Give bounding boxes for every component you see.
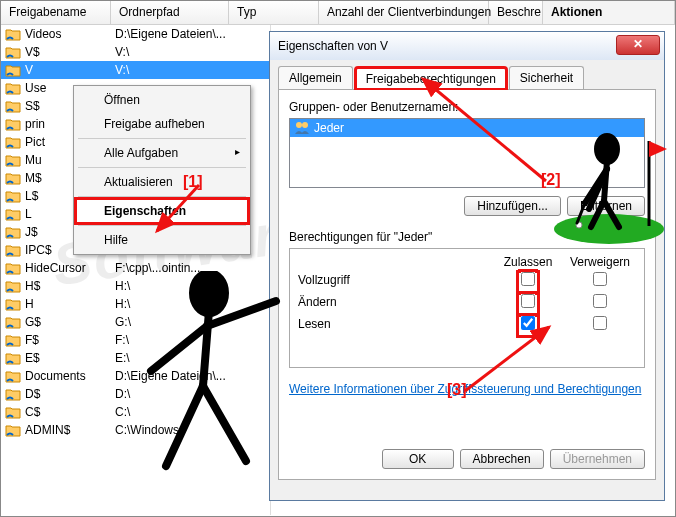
- svg-point-1: [302, 122, 308, 128]
- ctx-help[interactable]: Hilfe: [76, 228, 248, 252]
- share-path: H:\: [115, 297, 270, 311]
- list-item[interactable]: G$G:\: [1, 313, 270, 331]
- share-path: E:\: [115, 351, 270, 365]
- list-item[interactable]: E$E:\: [1, 349, 270, 367]
- share-name: C$: [25, 405, 115, 419]
- share-folder-icon: [5, 99, 21, 113]
- tab-security[interactable]: Sicherheit: [509, 66, 584, 89]
- header-folderpath[interactable]: Ordnerpfad: [111, 1, 229, 24]
- remove-button[interactable]: Entfernen: [567, 196, 645, 216]
- share-folder-icon: [5, 369, 21, 383]
- list-item[interactable]: F$F:\: [1, 331, 270, 349]
- share-path: D:\: [115, 387, 270, 401]
- col-allow: Zulassen: [492, 255, 564, 269]
- share-folder-icon: [5, 153, 21, 167]
- ctx-separator: [78, 225, 246, 226]
- ctx-unshare[interactable]: Freigabe aufheben: [76, 112, 248, 136]
- tab-general[interactable]: Allgemein: [278, 66, 353, 89]
- svg-point-0: [296, 122, 302, 128]
- share-folder-icon: [5, 261, 21, 275]
- share-folder-icon: [5, 81, 21, 95]
- perm-change-allow-checkbox[interactable]: [521, 294, 535, 308]
- list-item[interactable]: D$D:\: [1, 385, 270, 403]
- share-folder-icon: [5, 423, 21, 437]
- properties-dialog: Eigenschaften von V ✕ Allgemein Freigabe…: [269, 31, 665, 501]
- perm-read-allow-checkbox[interactable]: [521, 316, 535, 330]
- share-folder-icon: [5, 405, 21, 419]
- share-path: G:\: [115, 315, 270, 329]
- perm-full-label: Vollzugriff: [298, 273, 492, 287]
- ctx-open[interactable]: Öffnen: [76, 88, 248, 112]
- share-path: C:\Windows: [115, 423, 270, 437]
- column-headers: Freigabename Ordnerpfad Typ Anzahl der C…: [1, 1, 675, 25]
- share-path: C:\: [115, 405, 270, 419]
- ctx-properties[interactable]: Eigenschaften: [76, 199, 248, 223]
- list-item[interactable]: ADMIN$C:\Windows: [1, 421, 270, 439]
- share-name: Videos: [25, 27, 115, 41]
- list-item[interactable]: VV:\: [1, 61, 270, 79]
- permissions-label: Berechtigungen für "Jeder": [289, 230, 645, 244]
- share-name: D$: [25, 387, 115, 401]
- perm-full-deny-checkbox[interactable]: [593, 272, 607, 286]
- share-path: V:\: [115, 45, 270, 59]
- share-folder-icon: [5, 207, 21, 221]
- share-name: Documents: [25, 369, 115, 383]
- list-item[interactable]: V$V:\: [1, 43, 270, 61]
- share-name: V: [25, 63, 115, 77]
- perm-change-deny-checkbox[interactable]: [593, 294, 607, 308]
- share-folder-icon: [5, 333, 21, 347]
- share-folder-icon: [5, 171, 21, 185]
- perm-change-label: Ändern: [298, 295, 492, 309]
- perm-read-deny-checkbox[interactable]: [593, 316, 607, 330]
- list-item[interactable]: HideCursorF:\cpp\...ointin...: [1, 259, 270, 277]
- group-item-everyone[interactable]: Jeder: [290, 119, 644, 137]
- share-name: H$: [25, 279, 115, 293]
- ctx-separator: [78, 138, 246, 139]
- share-folder-icon: [5, 189, 21, 203]
- share-name: ADMIN$: [25, 423, 115, 437]
- ctx-separator: [78, 167, 246, 168]
- list-item[interactable]: DocumentsD:\Eigene Dateien\...: [1, 367, 270, 385]
- share-name: E$: [25, 351, 115, 365]
- share-folder-icon: [5, 351, 21, 365]
- share-path: F:\cpp\...ointin...: [115, 261, 270, 275]
- ok-button[interactable]: OK: [382, 449, 454, 469]
- dialog-tabs: Allgemein Freigabeberechtigungen Sicherh…: [278, 66, 656, 90]
- ctx-all-tasks[interactable]: Alle Aufgaben: [76, 141, 248, 165]
- header-connections[interactable]: Anzahl der Clientverbindungen: [319, 1, 489, 24]
- cancel-button[interactable]: Abbrechen: [460, 449, 544, 469]
- share-name: V$: [25, 45, 115, 59]
- more-info-link[interactable]: Weitere Informationen über Zugriffssteue…: [289, 382, 645, 396]
- tab-share-permissions[interactable]: Freigabeberechtigungen: [355, 67, 507, 90]
- share-folder-icon: [5, 45, 21, 59]
- dialog-title-text: Eigenschaften von V: [278, 39, 388, 53]
- ctx-refresh[interactable]: Aktualisieren: [76, 170, 248, 194]
- header-sharename[interactable]: Freigabename: [1, 1, 111, 24]
- group-listbox[interactable]: Jeder: [289, 118, 645, 188]
- share-folder-icon: [5, 135, 21, 149]
- groups-label: Gruppen- oder Benutzernamen:: [289, 100, 645, 114]
- share-name: G$: [25, 315, 115, 329]
- list-item[interactable]: VideosD:\Eigene Dateien\...: [1, 25, 270, 43]
- perm-read-label: Lesen: [298, 317, 492, 331]
- list-item[interactable]: C$C:\: [1, 403, 270, 421]
- apply-button[interactable]: Übernehmen: [550, 449, 645, 469]
- header-description[interactable]: Beschre: [489, 1, 543, 24]
- share-folder-icon: [5, 315, 21, 329]
- share-name: H: [25, 297, 115, 311]
- perm-full-allow-checkbox[interactable]: [521, 272, 535, 286]
- share-folder-icon: [5, 117, 21, 131]
- header-actions[interactable]: Aktionen: [543, 1, 675, 24]
- permissions-table: Zulassen Verweigern Vollzugriff Ändern L…: [289, 248, 645, 368]
- share-folder-icon: [5, 297, 21, 311]
- add-button[interactable]: Hinzufügen...: [464, 196, 561, 216]
- col-deny: Verweigern: [564, 255, 636, 269]
- list-item[interactable]: H$H:\: [1, 277, 270, 295]
- share-folder-icon: [5, 225, 21, 239]
- ctx-separator: [78, 196, 246, 197]
- close-icon[interactable]: ✕: [616, 35, 660, 55]
- header-type[interactable]: Typ: [229, 1, 319, 24]
- share-path: V:\: [115, 63, 270, 77]
- list-item[interactable]: HH:\: [1, 295, 270, 313]
- dialog-titlebar[interactable]: Eigenschaften von V ✕: [270, 32, 664, 60]
